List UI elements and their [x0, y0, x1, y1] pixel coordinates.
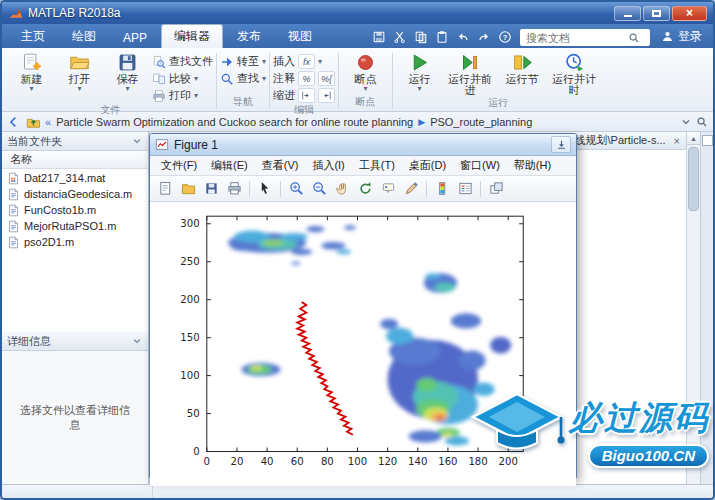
menu-view[interactable]: 查看(V)	[255, 157, 306, 174]
new-button[interactable]: 新建 ▾	[8, 50, 55, 92]
compare-button[interactable]: 比较 ▾	[152, 71, 213, 86]
find-button[interactable]: 查找 ▾	[220, 71, 266, 86]
menu-window[interactable]: 窗口(W)	[453, 157, 507, 174]
details-header[interactable]: 详细信息	[2, 332, 148, 351]
chevron-down-icon[interactable]	[131, 335, 143, 347]
breadcrumb-separator-icon: ▶	[418, 117, 425, 127]
doc-search-input[interactable]	[524, 31, 628, 45]
datatip-icon	[381, 181, 396, 196]
close-button[interactable]: ×	[672, 6, 707, 21]
fig-open-button[interactable]	[177, 178, 199, 200]
redo-icon	[477, 30, 491, 44]
insert-colorbar-button[interactable]	[431, 178, 453, 200]
quick-paste-button[interactable]	[432, 28, 451, 46]
comment-percent-icon[interactable]: %	[298, 71, 315, 86]
title-bar[interactable]: MATLAB R2018a ×	[2, 2, 713, 24]
menu-insert[interactable]: 插入(I)	[305, 157, 351, 174]
run-advance-button[interactable]: 运行并前进	[444, 50, 496, 96]
matlab-logo-icon	[8, 6, 23, 21]
quick-cut-button[interactable]	[390, 28, 409, 46]
maximize-button[interactable]	[643, 6, 670, 21]
breadcrumb-path[interactable]: Particle Swarm Optimization and Cuckoo s…	[56, 116, 413, 128]
file-row[interactable]: FunCosto1b.m	[2, 202, 148, 218]
file-row[interactable]: pso2D1.m	[2, 234, 148, 250]
tab-view[interactable]: 视图	[275, 24, 325, 48]
figure-title-bar[interactable]: Figure 1	[150, 134, 576, 156]
tab-editor[interactable]: 编辑器	[161, 24, 223, 48]
run-time-button[interactable]: 运行并计时	[548, 50, 600, 96]
comment-button[interactable]: 注释 % %{	[273, 71, 335, 86]
chevron-down-icon[interactable]	[680, 116, 692, 128]
goto-button[interactable]: 转至 ▾	[220, 54, 266, 69]
fig-save-button[interactable]	[200, 178, 222, 200]
pan-button[interactable]	[331, 178, 353, 200]
collapse-chevrons-icon[interactable]: «	[45, 116, 51, 128]
fig-new-button[interactable]	[154, 178, 176, 200]
current-folder-header[interactable]: 当前文件夹	[2, 132, 148, 151]
matlab-window: MATLAB R2018a × 主页 绘图 APP 编辑器 发布 视图	[0, 0, 715, 500]
menu-file[interactable]: 文件(F)	[154, 157, 204, 174]
save-button[interactable]: 保存 ▾	[104, 50, 151, 92]
data-cursor-button[interactable]	[377, 178, 399, 200]
breakpoints-button[interactable]: 断点 ▾	[342, 50, 389, 92]
menu-edit[interactable]: 编辑(E)	[204, 157, 255, 174]
scrollbar-thumb[interactable]	[688, 147, 699, 211]
open-button[interactable]: 打开 ▾	[56, 50, 103, 92]
chevron-down-icon: ▾	[262, 59, 266, 65]
quick-undo-button[interactable]	[453, 28, 472, 46]
find-files-button[interactable]: 查找文件	[152, 54, 213, 69]
goto-label: 转至	[237, 54, 259, 69]
insert-fx-icon[interactable]: fx	[298, 54, 315, 69]
indent-left-icon[interactable]	[318, 88, 335, 103]
quick-redo-button[interactable]	[474, 28, 493, 46]
run-button[interactable]: 运行 ▾	[396, 50, 443, 92]
search-icon[interactable]	[696, 116, 708, 128]
insert-button[interactable]: 插入 fx ▾	[273, 54, 335, 69]
quick-access-toolbar	[369, 28, 514, 48]
file-row[interactable]: distanciaGeodesica.m	[2, 186, 148, 202]
file-name: MejorRutaPSO1.m	[24, 220, 116, 232]
up-folder-icon[interactable]	[26, 115, 40, 129]
file-row[interactable]: Dat217_314.mat	[2, 170, 148, 186]
run-section-button[interactable]: 运行节	[497, 50, 547, 85]
insert-legend-button[interactable]	[454, 178, 476, 200]
collapsed-panel-icon[interactable]	[702, 135, 713, 146]
brush-button[interactable]	[400, 178, 422, 200]
file-row[interactable]: MejorRutaPSO1.m	[2, 218, 148, 234]
quick-copy-button[interactable]	[411, 28, 430, 46]
signin-button[interactable]: 登录	[656, 28, 707, 48]
zoom-in-button[interactable]	[285, 178, 307, 200]
dock-button[interactable]	[485, 178, 507, 200]
window-title: MATLAB R2018a	[28, 6, 121, 20]
indent-right-icon[interactable]	[298, 88, 315, 103]
minimize-button[interactable]	[614, 6, 641, 21]
find-files-label: 查找文件	[169, 54, 213, 69]
panel-menu-icon[interactable]	[131, 135, 143, 147]
dock-figure-button[interactable]	[551, 136, 571, 153]
group-caption-breakpoints: 断点	[342, 95, 389, 111]
doc-search-box[interactable]	[520, 29, 650, 46]
tab-publish[interactable]: 发布	[224, 24, 274, 48]
svg-text:0: 0	[193, 446, 199, 457]
menu-help[interactable]: 帮助(H)	[507, 157, 558, 174]
scroll-up-icon[interactable]: ▲	[687, 132, 700, 145]
menu-desktop[interactable]: 桌面(D)	[402, 157, 453, 174]
edit-plot-button[interactable]	[254, 178, 276, 200]
column-header-name[interactable]: 名称	[2, 151, 148, 169]
rotate3d-button[interactable]	[354, 178, 376, 200]
close-icon[interactable]: ×	[672, 135, 682, 147]
quick-save-button[interactable]	[369, 28, 388, 46]
quick-help-button[interactable]	[495, 28, 514, 46]
zoom-out-button[interactable]	[308, 178, 330, 200]
indent-button[interactable]: 缩进	[273, 88, 335, 103]
tab-home[interactable]: 主页	[8, 24, 58, 48]
print-button[interactable]: 打印 ▾	[152, 88, 213, 103]
group-divider	[338, 53, 339, 108]
tab-plots[interactable]: 绘图	[59, 24, 109, 48]
fig-print-button[interactable]	[223, 178, 245, 200]
menu-tools[interactable]: 工具(T)	[352, 157, 402, 174]
breadcrumb-current[interactable]: PSO_route_planning	[430, 116, 532, 128]
tab-apps[interactable]: APP	[110, 27, 160, 48]
comment-block-icon[interactable]: %{	[318, 71, 335, 86]
back-arrow-icon[interactable]	[7, 115, 21, 129]
